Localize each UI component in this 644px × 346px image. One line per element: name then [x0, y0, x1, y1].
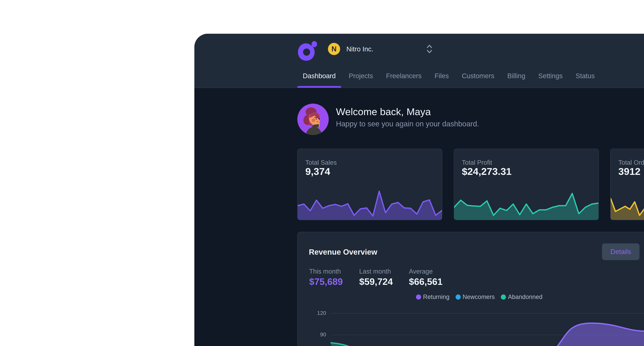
org-name: Nitro Inc. — [346, 45, 373, 53]
tab-files[interactable]: Files — [429, 64, 454, 88]
page-background: N Nitro Inc. Dashboard Projects Freelanc… — [0, 0, 644, 346]
tab-settings[interactable]: Settings — [533, 64, 568, 88]
welcome-title: Welcome back, Maya — [336, 106, 431, 117]
details-button[interactable]: Details — [602, 243, 640, 260]
stat-card-value: 9,374 — [305, 166, 330, 177]
stat-card-label: Total Sales — [305, 159, 337, 166]
legend-item-newcomers: Newcomers — [456, 293, 495, 300]
stat-card-total-sales: Total Sales 9,374 — [297, 149, 442, 220]
tab-freelancers[interactable]: Freelancers — [380, 64, 427, 88]
dashboard-content: Welcome back, Maya Happy to see you agai… — [194, 88, 644, 346]
stat-card-total-orders: Total Orders 3912 — [610, 149, 644, 220]
org-badge-letter: N — [332, 45, 336, 53]
app-logo-icon — [298, 40, 318, 61]
dashboard-window: N Nitro Inc. Dashboard Projects Freelanc… — [194, 34, 644, 346]
chart-legend: Returning Newcomers Abandonned — [416, 293, 542, 300]
stat-card-value: 3912 — [618, 166, 640, 177]
stat-card-value: $24,273.31 — [462, 166, 512, 177]
total-orders-sparkline — [611, 185, 644, 220]
tab-billing[interactable]: Billing — [502, 64, 531, 88]
legend-item-abandonned: Abandonned — [501, 293, 542, 300]
tab-customers[interactable]: Customers — [456, 64, 500, 88]
stat-card-label: Total Profit — [462, 159, 492, 166]
tab-status[interactable]: Status — [570, 64, 600, 88]
stat-card-total-profit: Total Profit $24,273.31 — [454, 149, 599, 220]
org-switcher-chevrons-icon[interactable] — [426, 44, 432, 54]
legend-dot-abandonned — [501, 294, 506, 300]
legend-item-returning: Returning — [416, 293, 450, 300]
avatar — [297, 104, 329, 135]
org-badge-icon: N — [328, 43, 340, 55]
total-sales-sparkline — [298, 185, 442, 220]
stat-card-label: Total Orders — [618, 159, 644, 166]
welcome-subtitle: Happy to see you again on your dashboard… — [336, 119, 479, 128]
revenue-chart — [298, 301, 644, 346]
legend-dot-returning — [416, 294, 421, 300]
tab-projects[interactable]: Projects — [343, 64, 378, 88]
tab-dashboard[interactable]: Dashboard — [297, 64, 341, 88]
revenue-overview-panel: Revenue Overview Details This month $75,… — [297, 232, 644, 346]
total-profit-sparkline — [454, 185, 598, 220]
legend-dot-newcomers — [456, 294, 461, 300]
main-nav: Dashboard Projects Freelancers Files Cus… — [297, 64, 600, 88]
panel-title: Revenue Overview — [309, 248, 377, 256]
app-header: N Nitro Inc. Dashboard Projects Freelanc… — [194, 34, 644, 88]
